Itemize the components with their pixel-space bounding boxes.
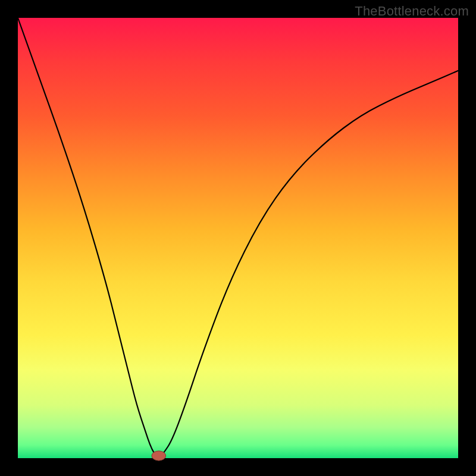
plot-area — [18, 18, 458, 458]
bottleneck-curve — [18, 18, 458, 457]
watermark-text: TheBottleneck.com — [355, 4, 469, 19]
minimum-marker — [152, 451, 166, 461]
chart-frame: TheBottleneck.com — [0, 0, 476, 476]
curve-svg — [18, 18, 458, 458]
